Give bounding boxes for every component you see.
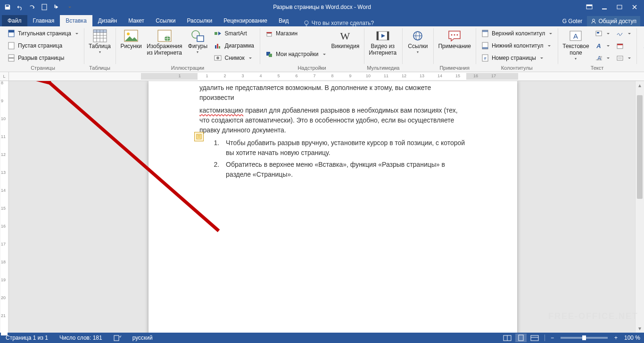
- comment-button[interactable]: Примечание: [436, 27, 472, 50]
- shapes-button[interactable]: Фигуры ▾: [185, 27, 210, 54]
- signature-button[interactable]: [613, 27, 634, 40]
- chart-button[interactable]: Диаграмма: [211, 40, 256, 52]
- horizontal-ruler[interactable]: 11234567891011121314151617: [9, 72, 644, 81]
- vertical-scrollbar[interactable]: ▴ ▾: [635, 81, 644, 333]
- textbox-icon: A: [568, 28, 583, 43]
- online-video-button[interactable]: Видео из Интернета: [367, 27, 398, 57]
- minimize-icon[interactable]: [597, 1, 612, 13]
- tell-me-search[interactable]: Что вы хотите сделать?: [303, 20, 374, 26]
- symbol-icon: Ω: [642, 42, 644, 49]
- svg-rect-41: [482, 47, 488, 49]
- tab-layout[interactable]: Макет: [123, 15, 150, 26]
- doc-text: удалить не представляется возможным. В д…: [199, 84, 431, 101]
- group-illustrations-label: Иллюстрации: [118, 65, 257, 72]
- share-icon: [591, 18, 596, 24]
- vertical-ruler[interactable]: 89101112131415161718192021: [0, 81, 9, 333]
- store-label: Магазин: [276, 30, 297, 37]
- textbox-button[interactable]: A Текстовое поле ▾: [561, 27, 591, 61]
- object-button[interactable]: [613, 52, 634, 64]
- scroll-thumb[interactable]: [637, 95, 643, 199]
- signature-icon: [616, 30, 624, 37]
- tab-file[interactable]: Файл: [2, 15, 27, 26]
- page-number-button[interactable]: # Номер страницы: [479, 52, 555, 64]
- table-button[interactable]: Таблица ▾: [87, 27, 113, 54]
- page-break-button[interactable]: Разрыв страницы: [5, 52, 81, 64]
- comment-icon: [447, 28, 462, 43]
- zoom-level[interactable]: 100 %: [621, 335, 640, 341]
- tab-insert[interactable]: Вставка: [60, 15, 92, 26]
- smartart-button[interactable]: SmartArt: [211, 27, 256, 40]
- status-word-count[interactable]: Число слов: 181: [58, 334, 104, 342]
- header-button[interactable]: Верхний колонтитул: [479, 27, 555, 40]
- pictures-button[interactable]: Рисунки: [118, 27, 144, 50]
- tab-mailings[interactable]: Рассылки: [181, 15, 218, 26]
- page-number-label: Номер страницы: [492, 55, 536, 61]
- group-media-label: Мультимедиа: [367, 65, 399, 72]
- share-button[interactable]: Общий доступ: [587, 16, 640, 26]
- footer-icon: [481, 42, 489, 49]
- svg-point-36: [454, 34, 455, 36]
- cover-page-label: Титульная страница: [18, 30, 71, 37]
- user-name[interactable]: G Goter: [560, 16, 586, 26]
- paste-options-icon[interactable]: [194, 132, 204, 141]
- svg-rect-61: [531, 335, 538, 341]
- tab-references[interactable]: Ссылки: [150, 15, 181, 26]
- tab-design[interactable]: Дизайн: [92, 15, 123, 26]
- zoom-slider[interactable]: [561, 337, 608, 339]
- svg-point-5: [305, 21, 308, 24]
- wikipedia-button[interactable]: W Википедия: [330, 27, 362, 50]
- svg-rect-47: [597, 32, 599, 33]
- scroll-up-icon[interactable]: ▴: [636, 81, 644, 90]
- view-read-mode-icon[interactable]: [501, 334, 513, 342]
- tab-home[interactable]: Главная: [27, 15, 60, 26]
- qat-customize-icon[interactable]: [63, 1, 74, 13]
- links-button[interactable]: Ссылки ▾: [405, 27, 430, 54]
- screenshot-button[interactable]: Снимок: [211, 52, 256, 64]
- redo-icon[interactable]: [26, 1, 38, 13]
- status-spellcheck-icon[interactable]: [112, 334, 123, 342]
- maximize-icon[interactable]: [612, 1, 627, 13]
- view-print-layout-icon[interactable]: [515, 334, 527, 342]
- document-page[interactable]: удалить не представляется возможным. В д…: [149, 81, 517, 333]
- zoom-out-icon[interactable]: −: [549, 334, 556, 342]
- my-addins-button[interactable]: Мои надстройки: [263, 48, 329, 60]
- tab-review[interactable]: Рецензирование: [218, 15, 273, 26]
- svg-rect-8: [8, 30, 14, 33]
- svg-point-35: [451, 34, 453, 36]
- pictures-icon: [124, 28, 139, 43]
- datetime-button[interactable]: [613, 40, 634, 52]
- tab-view[interactable]: Вид: [273, 15, 295, 26]
- dropcap-button[interactable]: A: [592, 52, 612, 64]
- chart-label: Диаграмма: [224, 42, 254, 49]
- close-icon[interactable]: [627, 1, 642, 13]
- zoom-in-icon[interactable]: +: [612, 334, 619, 342]
- status-language[interactable]: русский: [131, 334, 155, 342]
- svg-rect-0: [42, 4, 47, 10]
- view-web-layout-icon[interactable]: [528, 334, 541, 342]
- wordart-button[interactable]: A: [592, 40, 612, 52]
- touch-mode-icon[interactable]: [51, 1, 62, 13]
- blank-page-button[interactable]: Пустая страница: [5, 40, 81, 52]
- cover-page-button[interactable]: Титульная страница: [5, 27, 81, 40]
- ribbon-options-icon[interactable]: [582, 1, 597, 13]
- footer-button[interactable]: Нижний колонтитул: [479, 40, 555, 52]
- save-icon[interactable]: [2, 1, 13, 13]
- undo-icon[interactable]: [14, 1, 25, 13]
- store-icon: [265, 30, 273, 37]
- svg-rect-58: [114, 335, 119, 341]
- quick-parts-button[interactable]: [592, 27, 612, 40]
- svg-point-6: [593, 19, 595, 22]
- symbol-button[interactable]: Ω Символ: [639, 40, 644, 52]
- online-pictures-button[interactable]: Изображения из Интернета: [145, 27, 184, 57]
- new-doc-icon[interactable]: [39, 1, 50, 13]
- my-addins-label: Мои надстройки: [276, 51, 319, 57]
- header-icon: [481, 30, 489, 37]
- svg-point-25: [216, 57, 219, 59]
- datetime-icon: [616, 42, 624, 49]
- status-page[interactable]: Страница 1 из 1: [4, 334, 50, 342]
- scroll-down-icon[interactable]: ▾: [636, 324, 644, 333]
- online-pictures-icon: [157, 28, 172, 43]
- store-button[interactable]: Магазин: [263, 27, 329, 40]
- smartart-label: SmartArt: [224, 30, 247, 37]
- equation-button[interactable]: π Уравнение: [639, 27, 644, 40]
